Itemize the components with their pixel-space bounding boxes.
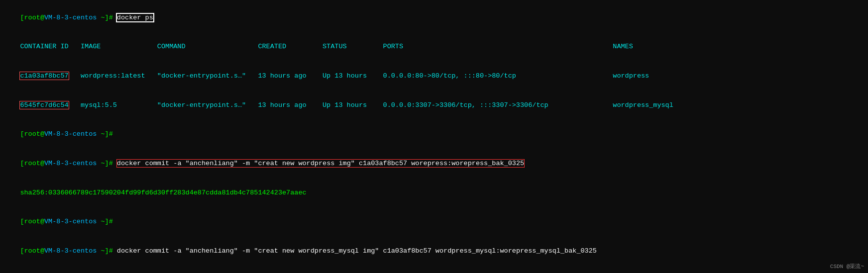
table-header: CONTAINER ID IMAGE COMMAND CREATED STATU… xyxy=(20,43,633,50)
sha-2: sha256:06c3a7c85ad7b1abf1a64f805670c54b2… xyxy=(4,266,864,273)
header-row: CONTAINER ID IMAGE COMMAND CREATED STATU… xyxy=(4,32,864,62)
container-id-1: c1a03af8bc57 xyxy=(20,72,68,80)
prompt: [root@VM-8-3-centos ~]# xyxy=(20,160,116,167)
prompt: [root@VM-8-3-centos ~]# xyxy=(20,247,116,255)
prompt-user: [root@VM-8-3-centos ~]# xyxy=(20,14,116,21)
line-1: [root@VM-8-3-centos ~]# docker ps xyxy=(4,3,864,32)
cmd-commit-1: docker commit -a "anchenliang" -m "creat… xyxy=(117,160,524,167)
line-commit-1: [root@VM-8-3-centos ~]# docker commit -a… xyxy=(4,149,864,178)
terminal-window: [root@VM-8-3-centos ~]# docker ps CONTAI… xyxy=(4,3,864,273)
prompt-empty-2: [root@VM-8-3-centos ~]# xyxy=(4,207,864,237)
watermark: CSDN @渠流~ xyxy=(830,263,864,271)
sha-1: sha256:0336066789c17590204fd99fd6d30ff28… xyxy=(4,178,864,207)
prompt: [root@VM-8-3-centos ~]# xyxy=(20,130,112,138)
cmd-commit-2: docker commit -a "anchenliang" -m "creat… xyxy=(117,247,597,255)
container-data-2: mysql:5.5 "docker-entrypoint.s…" 13 hour… xyxy=(69,101,673,109)
cmd-docker-ps: docker ps xyxy=(117,14,153,21)
container-row-1: c1a03af8bc57 wordpress:latest "docker-en… xyxy=(4,61,864,91)
prompt-empty-1: [root@VM-8-3-centos ~]# xyxy=(4,120,864,149)
line-commit-2: [root@VM-8-3-centos ~]# docker commit -a… xyxy=(4,237,864,266)
sha-text-1: sha256:0336066789c17590204fd99fd6d30ff28… xyxy=(20,189,306,196)
container-data-1: wordpress:latest "docker-entrypoint.s…" … xyxy=(69,72,650,80)
prompt: [root@VM-8-3-centos ~]# xyxy=(20,218,112,225)
container-id-2: 6545fc7d6c54 xyxy=(20,101,68,109)
container-row-2: 6545fc7d6c54 mysql:5.5 "docker-entrypoin… xyxy=(4,91,864,120)
